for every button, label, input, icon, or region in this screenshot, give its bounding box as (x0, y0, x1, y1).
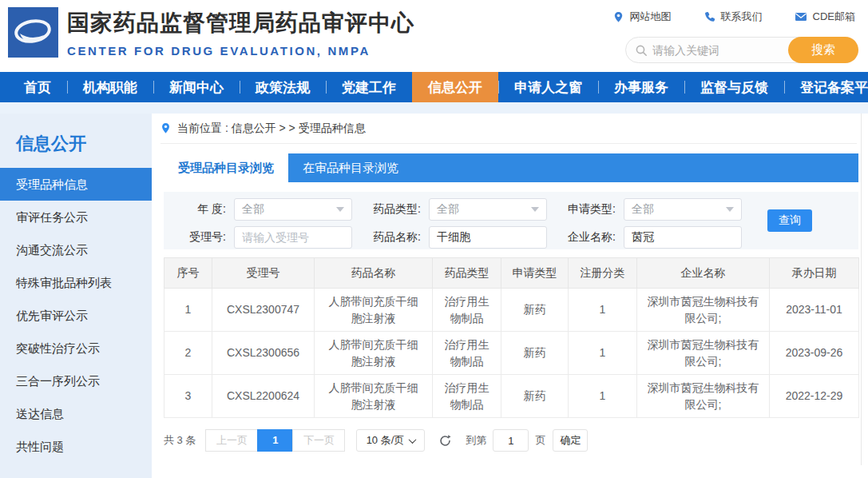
table-cell: 1 (569, 375, 637, 418)
table-cell: 新药 (501, 375, 569, 418)
search-icon (635, 44, 648, 57)
filter-row-1: 年 度: 全部 药品类型: 全部 申请类型: 全部 (168, 198, 858, 221)
drug-name-label: 药品名称: (363, 230, 421, 245)
table-row: 2CXSL2300656人脐带间充质干细胞注射液治疗用生物制品新药1深圳市茵冠生… (164, 332, 859, 375)
nav-item[interactable]: 监督与反馈 (684, 72, 784, 102)
sidebar-list: 受理品种信息 审评任务公示 沟通交流公示 特殊审批品种列表 优先审评公示 突破性… (0, 168, 152, 463)
sidebar-item[interactable]: 突破性治疗公示 (0, 332, 152, 364)
search-button[interactable]: 搜索 (788, 37, 858, 63)
nav-item[interactable]: 首页 (8, 72, 67, 102)
page: 国家药品监督管理局药品审评中心 CENTER FOR DRUG EVALUATI… (0, 0, 868, 478)
prev-page-button[interactable]: 上一页 (205, 429, 258, 452)
sidebar-item[interactable]: 共性问题 (0, 430, 152, 463)
table-cell: 治疗用生物制品 (433, 332, 501, 375)
sidebar-item[interactable]: 受理品种信息 (0, 168, 152, 201)
total-count: 共 3 条 (164, 433, 196, 448)
drug-name-input[interactable] (429, 226, 547, 249)
year-select[interactable]: 全部 (234, 198, 352, 221)
table-header-cell: 申请类型 (501, 258, 569, 289)
table-cell: 1 (164, 289, 212, 332)
acceptance-no-label: 受理号: (168, 230, 226, 245)
table-cell: 人脐带间充质干细胞注射液 (315, 332, 433, 375)
table-cell: 2022-12-29 (770, 375, 859, 418)
tab-bar: 受理品种目录浏览 在审品种目录浏览 (164, 153, 858, 182)
sidebar: 信息公开 受理品种信息 审评任务公示 沟通交流公示 特殊审批品种列表 优先审评公… (0, 114, 152, 478)
next-page-button[interactable]: 下一页 (292, 429, 345, 452)
sidebar-item[interactable]: 审评任务公示 (0, 201, 152, 233)
table-cell: 深圳市茵冠生物科技有限公司; (637, 289, 770, 332)
table-cell: 治疗用生物制品 (433, 375, 501, 418)
table-cell: 1 (569, 332, 637, 375)
search-bar: 搜索 (625, 37, 858, 63)
table-header-cell: 药品类型 (433, 258, 501, 289)
drug-type-label: 药品类型: (363, 202, 421, 217)
header-divider-strip (0, 102, 868, 114)
pagination: 共 3 条 上一页 1 下一页 10 条/页 到第 页 确定 (164, 429, 858, 452)
table-cell: 3 (164, 375, 212, 418)
goto-page-prefix: 到第 (466, 433, 486, 448)
quick-links: 网站地图 联系我们 CDE邮箱 (612, 10, 855, 24)
nav-item[interactable]: 登记备案平台 (784, 72, 868, 102)
table-cell: 人脐带间充质干细胞注射液 (315, 289, 433, 332)
tab[interactable]: 在审品种目录浏览 (288, 153, 413, 182)
table-header-cell: 承办日期 (770, 258, 859, 289)
content-right-border (861, 114, 862, 465)
acceptance-no-input[interactable] (234, 226, 352, 249)
sidebar-item[interactable]: 送达信息 (0, 397, 152, 430)
sidebar-item[interactable]: 特殊审批品种列表 (0, 266, 152, 299)
filter-panel: 年 度: 全部 药品类型: 全部 申请类型: 全部 (164, 192, 858, 249)
nav-item[interactable]: 申请人之窗 (498, 72, 598, 102)
chevron-down-icon (336, 207, 344, 212)
nav-item[interactable]: 新闻中心 (153, 72, 240, 102)
table-cell: 深圳市茵冠生物科技有限公司; (637, 332, 770, 375)
sitemap-label: 网站地图 (630, 10, 672, 24)
search-input[interactable] (648, 44, 788, 57)
table-cell: CXSL2300656 (212, 332, 315, 375)
apply-type-label: 申请类型: (558, 202, 616, 217)
sidebar-item[interactable]: 三合一序列公示 (0, 364, 152, 397)
mailbox-label: CDE邮箱 (813, 10, 855, 24)
table-row: 3CXSL2200624人脐带间充质干细胞注射液治疗用生物制品新药1深圳市茵冠生… (164, 375, 859, 418)
table-header-cell: 企业名称 (637, 258, 770, 289)
table-cell: 人脐带间充质干细胞注射液 (315, 375, 433, 418)
breadcrumb-pin-icon (161, 122, 171, 134)
table-cell: 2023-09-26 (770, 332, 859, 375)
nav-item[interactable]: 办事服务 (598, 72, 684, 102)
sidebar-item[interactable]: 优先审评公示 (0, 299, 152, 332)
table-cell: 1 (569, 289, 637, 332)
table-header-cell: 序号 (164, 258, 212, 289)
apply-type-filter: 申请类型: 全部 (558, 198, 742, 221)
sidebar-title: 信息公开 (0, 114, 152, 168)
sitemap-link[interactable]: 网站地图 (612, 10, 672, 24)
nav-item[interactable]: 信息公开 (412, 72, 498, 102)
table-cell: 治疗用生物制品 (433, 289, 501, 332)
page-size-select[interactable]: 10 条/页 (356, 429, 425, 452)
current-page-button[interactable]: 1 (257, 429, 293, 452)
apply-type-select[interactable]: 全部 (624, 198, 742, 221)
table-cell: CXSL2200624 (212, 375, 315, 418)
nav-item[interactable]: 党建工作 (326, 72, 412, 102)
apply-type-select-value: 全部 (632, 202, 654, 217)
contact-link[interactable]: 联系我们 (704, 10, 763, 24)
query-button[interactable]: 查询 (767, 209, 812, 232)
sidebar-item[interactable]: 沟通交流公示 (0, 233, 152, 266)
company-name-input[interactable] (624, 226, 742, 249)
tab[interactable]: 受理品种目录浏览 (164, 153, 288, 182)
cde-logo[interactable] (8, 7, 58, 58)
nav-item[interactable]: 政策法规 (240, 72, 326, 102)
mailbox-link[interactable]: CDE邮箱 (795, 10, 855, 24)
phone-icon (704, 11, 715, 23)
site-titles: 国家药品监督管理局药品审评中心 CENTER FOR DRUG EVALUATI… (67, 8, 414, 58)
nav-item[interactable]: 机构职能 (67, 72, 153, 102)
goto-page-input[interactable] (493, 429, 529, 452)
drug-type-select[interactable]: 全部 (429, 198, 547, 221)
table-header-cell: 受理号 (212, 258, 315, 289)
confirm-button[interactable]: 确定 (553, 429, 588, 452)
nav-list: 首页 机构职能 新闻中心 政策法规 党建工作 信息公开 申请人之窗 办事服务 监… (0, 72, 868, 102)
main-nav: 首页 机构职能 新闻中心 政策法规 党建工作 信息公开 申请人之窗 办事服务 监… (0, 72, 868, 102)
results-table-wrap: 序号受理号药品名称药品类型申请类型注册分类企业名称承办日期 1CXSL23007… (164, 257, 858, 418)
table-cell: 新药 (501, 289, 569, 332)
refresh-icon[interactable] (438, 434, 452, 448)
year-label: 年 度: (168, 202, 226, 217)
table-cell: 2023-11-01 (770, 289, 859, 332)
